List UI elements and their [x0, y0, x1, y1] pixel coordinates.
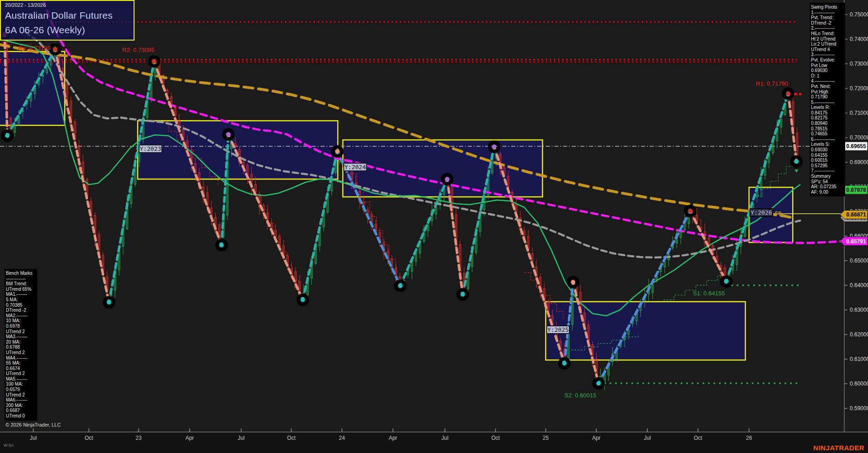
price-badge: 0.69655 [846, 143, 866, 149]
time-tick-label: 24 [339, 435, 345, 441]
instrument-title-line2: 6A 06-26 (Weekly) [5, 25, 85, 36]
interval-label: W 6A [4, 443, 14, 448]
price-badge: 0.65791 [846, 238, 866, 245]
bench-marks-line: UTrend 2 [6, 329, 36, 335]
swing-pivots-line: Levels S: [811, 142, 844, 147]
price-tick-label: 0.72000 [850, 85, 868, 92]
price-tick-label: 0.75000 [850, 11, 868, 18]
swing-pivots-line: 2.------------- [811, 26, 844, 31]
swing-pivots-line: Levels R: [811, 105, 844, 110]
chart-window: R2: 0.73095Ra: 0.73180R1: 0.71790S1: 0.6… [0, 0, 868, 453]
bench-marks-line: 100 MA: [6, 381, 36, 387]
time-tick-label: Jul [441, 435, 448, 441]
price-tick-label: 0.71000 [850, 110, 868, 116]
swing-pivots-line: Hi:2 UTrend [811, 36, 844, 42]
level-label-Ra: Ra: 0.73180 [18, 45, 51, 51]
bench-marks-line: 0.6687 [6, 408, 36, 413]
date-range-label: 20/2022 - 13/2026 [5, 2, 46, 8]
swing-pivots-line: SP's: 54 [811, 179, 844, 185]
price-tick-label: 0.70000 [850, 134, 868, 141]
year-chip: Y:2025 [548, 326, 569, 333]
swing-pivots-line: 1.------------- [811, 10, 844, 15]
bench-marks-line: MA1.------- [6, 292, 36, 297]
time-tick-label: Jul [644, 435, 651, 441]
level-label-S1: S1: 0.64155 [693, 290, 725, 297]
time-tick-label: Oct [85, 435, 93, 441]
bench-marks-line: 20 MA: [6, 340, 36, 345]
swing-pivots-line: AF: 9.00 [811, 190, 844, 195]
year-chip: Y:2026 [751, 209, 772, 216]
swing-pivots-line: AR: 0.07235 [811, 184, 844, 190]
bench-marks-line: MA5.------- [6, 376, 36, 382]
price-tick-label: 0.63000 [850, 307, 868, 313]
bench-marks-line: UTrend 2 [6, 350, 36, 355]
price-tick-label: 0.61000 [850, 356, 868, 362]
year-chip: Y:2023 [140, 145, 161, 152]
bench-marks-line: MA3.------- [6, 334, 36, 340]
copyright-label: © 2026 NinjaTrader, LLC [5, 422, 61, 427]
time-tick-label: 23 [135, 435, 142, 441]
bench-marks-line: 0.70385 [6, 303, 36, 308]
swing-pivots-line: HiLo Trend: [811, 31, 844, 36]
swing-pivots-line: Pvt. Evolve: [811, 57, 844, 63]
swing-pivots-line: DTrend -2 [811, 21, 844, 26]
swing-pivots-line: 4.------------- [811, 78, 844, 84]
bench-marks-line: MA6.------- [6, 397, 36, 403]
time-tick-label: Apr [389, 435, 398, 441]
bench-marks-line: 0.6978 [6, 324, 36, 329]
bench-marks-line: 10 MA: [6, 318, 36, 324]
swing-pivots-line: 0.69030 [811, 68, 844, 73]
bench-marks-line: DTrend -2 [6, 308, 36, 313]
bench-marks-line: 0.6579 [6, 387, 36, 392]
swing-pivots-line: Pvt. Trend: [811, 15, 844, 21]
swing-pivots-line: 0.84175 [811, 110, 844, 116]
swing-pivots-line: Lo:2 UTrend [811, 41, 844, 47]
time-tick-label: Jul [30, 435, 36, 441]
swing-pivots-line: 7.------------- [811, 168, 844, 174]
bench-marks-line: MA2.------- [6, 313, 36, 319]
price-tick-label: 0.74000 [850, 36, 868, 42]
swing-pivots-line: Pvt Low [811, 63, 844, 68]
swing-pivots-line: 0.57295 [811, 163, 844, 169]
bench-marks-line: 200 MA: [6, 403, 36, 408]
swing-pivots-line: 0.69030 [811, 147, 844, 153]
swing-pivots-line: Pvt High [811, 89, 844, 95]
chart-title-box: 20/2022 - 13/2026 Australian Dollar Futu… [0, 0, 134, 41]
bench-marks-line: UTrend 2 [6, 371, 36, 376]
bench-marks-line: 5 MA: [6, 297, 36, 303]
swing-pivots-line: 0.80940 [811, 121, 844, 126]
swing-pivots-line: 3.------------- [811, 52, 844, 57]
time-tick-label: Jul [238, 435, 244, 441]
bench-marks-line: Bench Marks [6, 271, 36, 276]
time-tick-label: Apr [186, 435, 194, 441]
bench-marks-line: UTrend 2 [6, 392, 36, 398]
swing-pivots-line: Pvt. Next: [811, 84, 844, 89]
swing-pivots-line: 0.64155 [811, 153, 844, 158]
time-tick-label: 26 [746, 435, 752, 441]
time-tick-label: Apr [592, 435, 601, 441]
price-tick-label: 0.62000 [850, 331, 868, 338]
swing-pivots-line: Swing Pivots [811, 5, 844, 10]
time-tick-label: 25 [542, 435, 549, 441]
price-badge: 0.67878 [846, 187, 866, 193]
swing-pivots-line: 0.74655 [811, 131, 844, 137]
swing-pivots-line: 0.71790 [811, 94, 844, 100]
bench-marks-line: 55 MA: [6, 360, 36, 366]
price-tick-label: 0.59000 [850, 405, 868, 412]
bench-marks-line: 0.6674 [6, 366, 36, 371]
swing-pivots-line: 0.82175 [811, 115, 844, 121]
brand-logo: NINJATRADER [813, 444, 864, 452]
year-chip: Y:2024 [345, 164, 366, 170]
bench-marks-panel: Bench Marks-------------BM Trend:UTrend … [5, 269, 37, 421]
level-label-R2: R2: 0.73095 [122, 46, 155, 53]
price-tick-label: 0.60000 [850, 381, 868, 387]
instrument-title-line1: Australian Dollar Futures [5, 10, 113, 21]
price-chart-canvas[interactable]: R2: 0.73095Ra: 0.73180R1: 0.71790S1: 0.6… [0, 0, 868, 453]
price-tick-label: 0.73000 [850, 61, 868, 67]
level-label-S2: S2: 0.60015 [564, 392, 596, 399]
time-tick-label: Oct [287, 435, 296, 441]
time-tick-label: Oct [491, 435, 500, 441]
swing-pivots-line: UTrend 4 [811, 47, 844, 52]
swing-pivots-line: 0.60015 [811, 158, 844, 163]
price-tick-label: 0.65000 [850, 257, 868, 264]
